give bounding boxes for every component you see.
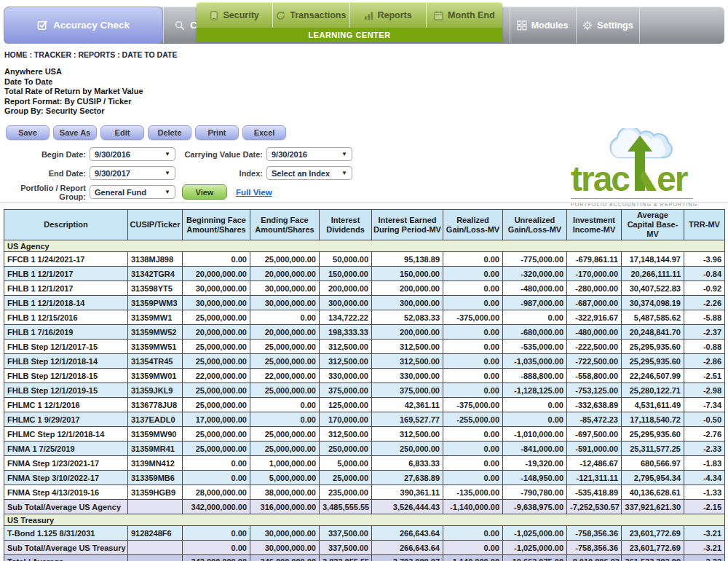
cell-value: -987,000.00 xyxy=(503,296,567,310)
report-title: Total Rate of Return by Market Value xyxy=(4,87,143,97)
learning-center-banner[interactable]: LEARNING CENTER xyxy=(197,28,502,42)
report-type: Date To Date xyxy=(4,77,143,87)
cell-value: -2.76 xyxy=(684,427,725,442)
carrying-value-date-label: Carrying Value Date: xyxy=(184,150,263,159)
end-date-select[interactable]: 9/30/2017 ▼ xyxy=(90,166,175,180)
search-icon xyxy=(175,20,185,31)
table-row: FHLB Step 12/1/2018-1431354TR4525,000,00… xyxy=(4,354,725,369)
cell-value: -1,140,000.00 xyxy=(443,500,503,514)
column-header: Unrealized Gain/Loss-MV xyxy=(503,210,567,240)
cell-value: 0.00 xyxy=(503,310,567,325)
cell-value: 25,000,000.00 xyxy=(183,354,250,369)
cell-value: -591,000.00 xyxy=(567,442,622,456)
cell-cusip: 3137EADL0 xyxy=(128,412,183,427)
subtotal-row: Sub Total/Average US Agency342,000,000.0… xyxy=(4,500,725,514)
cell-value: -758,356.36 xyxy=(567,541,622,555)
cell-cusip: 31354TR45 xyxy=(128,354,183,369)
cell-description: FHLB Step 12/1/2018-14 xyxy=(4,354,128,369)
tab-transactions[interactable]: Transactions xyxy=(273,3,349,28)
cell-value: 0.00 xyxy=(443,340,503,354)
cell-value: 6,833.33 xyxy=(372,456,443,471)
section-header-row: US Treasury xyxy=(4,514,725,526)
cell-value: 30,407,522.83 xyxy=(622,281,684,296)
cell-value: 25,000,000.00 xyxy=(250,383,320,398)
tab-month-end[interactable]: Month End xyxy=(427,3,502,28)
cell-value: 125,000.00 xyxy=(320,398,372,412)
excel-button[interactable]: Excel xyxy=(242,125,286,140)
cell-value: -4.34 xyxy=(684,471,725,485)
cell-value: 0.00 xyxy=(443,427,503,442)
cell-value: 22,246,507.99 xyxy=(622,369,684,383)
cell-value: -0.88 xyxy=(684,340,725,354)
save-as-button[interactable]: Save As xyxy=(53,125,97,140)
delete-button[interactable]: Delete xyxy=(148,125,191,140)
cell-value: 0.00 xyxy=(443,325,503,340)
security-icon xyxy=(210,11,218,20)
tab-security[interactable]: Security xyxy=(197,3,273,28)
nav-divider xyxy=(510,7,510,43)
cell-value: -375,000.00 xyxy=(443,398,503,412)
tab-reports[interactable]: Reports xyxy=(350,3,427,28)
cell-value: -1.33 xyxy=(684,485,725,500)
cell-value: -1,025,000.00 xyxy=(503,526,567,541)
edit-button[interactable]: Edit xyxy=(100,125,144,140)
cell-value: 337,921,621.30 xyxy=(622,500,684,514)
report-group-by: Group By: Security Sector xyxy=(4,106,143,117)
tracker-logo: trac er PORTFOLIO ACCOUNTING & REPORTING xyxy=(571,128,693,207)
cell-value: -10,663,975.00 xyxy=(503,555,567,561)
cell-value: 2,795,954.34 xyxy=(622,471,684,485)
portfolio-group-select[interactable]: General Fund ▼ xyxy=(90,185,175,199)
print-button[interactable]: Print xyxy=(195,125,239,140)
cell-cusip: 313598YT5 xyxy=(128,281,183,296)
nav-green-panel: Security Transactions Reports Month End xyxy=(197,3,502,42)
cell-value: 0.00 xyxy=(443,354,503,369)
report-entity: Anywhere USA xyxy=(4,67,143,77)
table-row: FNMA Step 1/23/2021-173139MN4120.001,000… xyxy=(4,456,725,471)
nav-accuracy-check[interactable]: Accuracy Check xyxy=(4,7,163,44)
index-select[interactable]: Select an Index ▼ xyxy=(266,166,352,180)
cell-cusip xyxy=(128,541,183,555)
cell-value: 316,000,000.00 xyxy=(250,500,320,514)
column-header: Interest Earned During Period-MV xyxy=(372,210,443,240)
view-button[interactable]: View xyxy=(182,184,227,200)
save-button[interactable]: Save xyxy=(6,125,50,140)
table-row: FHLB 1 12/1/201731342TGR420,000,000.0020… xyxy=(4,267,725,281)
cell-value: -0.50 xyxy=(684,412,725,427)
cell-value: 0.00 xyxy=(443,456,503,471)
cell-value: 23,601,772.69 xyxy=(622,541,684,555)
cell-value: 0.00 xyxy=(183,252,250,267)
cell-description: FHLMC 1 12/1/2016 xyxy=(4,398,128,412)
cell-value: -85,472.23 xyxy=(567,412,622,427)
cell-value: -687,000.00 xyxy=(567,296,622,310)
cell-value: -332,638.89 xyxy=(567,398,622,412)
cell-value: 0.00 xyxy=(503,398,567,412)
learning-center-label: LEARNING CENTER xyxy=(308,31,390,39)
full-view-link[interactable]: Full View xyxy=(236,188,272,197)
index-label: Index: xyxy=(184,169,263,178)
cell-cusip: 31342TGR4 xyxy=(128,267,183,281)
tab-security-label: Security xyxy=(223,10,258,20)
begin-date-select[interactable]: 9/30/2016 ▼ xyxy=(90,147,175,161)
cell-value: 0.00 xyxy=(443,383,503,398)
column-header: Average Capital Base-MV xyxy=(622,210,684,240)
svg-text:er: er xyxy=(657,160,688,194)
cell-value: -255,000.00 xyxy=(443,412,503,427)
cell-description: Sub Total/Average US Agency xyxy=(4,500,128,514)
cell-value: -148,950.00 xyxy=(503,471,567,485)
cell-value: 3,793,088.07 xyxy=(372,555,443,561)
cell-value: 5,000.00 xyxy=(320,456,372,471)
cell-value: 5,487,585.62 xyxy=(622,310,684,325)
nav-modules[interactable]: Modules xyxy=(512,7,573,44)
carrying-value-date-select[interactable]: 9/30/2016 ▼ xyxy=(266,147,352,161)
nav-settings[interactable]: Settings xyxy=(578,7,638,44)
cell-value: 170,000.00 xyxy=(320,412,372,427)
table-row: FHLB Step 12/1/2018-1531359MW0122,000,00… xyxy=(4,369,725,383)
cell-value: -2.86 xyxy=(684,354,725,369)
begin-date-value: 9/30/2016 xyxy=(95,150,130,159)
cell-value: -680,000.00 xyxy=(503,325,567,340)
cell-value: 25,295,935.60 xyxy=(622,354,684,369)
column-header: TRR-MV xyxy=(684,210,725,240)
checkbox-check-icon xyxy=(37,20,48,31)
cell-value: -753,125.00 xyxy=(567,383,622,398)
chevron-down-icon: ▼ xyxy=(165,170,170,176)
